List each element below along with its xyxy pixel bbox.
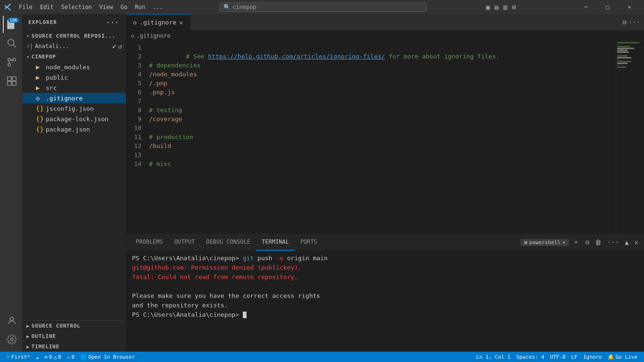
status-info[interactable]: ⚠ 0 (64, 352, 77, 362)
menu-more[interactable]: ... (150, 3, 166, 11)
search-icon: 🔍 (223, 4, 231, 10)
code-line-13 (149, 150, 612, 159)
status-branch-label: First* (11, 354, 30, 360)
warning-count: 0 (58, 354, 61, 360)
split-editor-icon[interactable]: ⊟ (622, 18, 626, 26)
tree-item-node-modules[interactable]: ▶ node_modules (23, 62, 126, 72)
git-check-icon[interactable]: ✔ (112, 42, 116, 50)
tree-item-public[interactable]: ▶ public (23, 72, 126, 82)
source-control-header[interactable]: ▶ SOURCE CONTROL (23, 321, 126, 331)
menu-edit[interactable]: Edit (37, 3, 57, 11)
menu-go[interactable]: Go (118, 3, 130, 11)
add-terminal-icon[interactable]: ＋ (571, 237, 581, 247)
code-line-7 (149, 97, 612, 106)
status-encoding[interactable]: UTF-8 (547, 352, 569, 362)
tab-output[interactable]: OUTPUT (169, 234, 200, 251)
activity-profile[interactable] (3, 312, 20, 329)
layout-icon-1[interactable]: ▣ (484, 2, 492, 12)
sidebar-action-more[interactable]: ··· (105, 18, 120, 27)
layout-icon-3[interactable]: ▥ (502, 2, 509, 12)
tree-item-src[interactable]: ▶ src (23, 82, 126, 93)
tab-close-icon[interactable]: ✕ (179, 19, 183, 26)
sidebar-header-actions: ··· (105, 18, 120, 27)
cursor-position-label: Ln 1, Col 1 (476, 354, 511, 360)
cinepop-folder-header[interactable]: ▾ CINEPOP (23, 51, 126, 62)
repo-section-label: SOURCE CONTROL REPOSI... (32, 33, 116, 39)
breadcrumb-file-icon: ◇ (131, 33, 134, 39)
terminal-body[interactable]: PS C:\Users\Anatalia\cinepop> git push -… (126, 251, 644, 352)
tree-item-jsconfig[interactable]: {} jsconfig.json (23, 103, 126, 114)
status-language[interactable]: Ignore (580, 352, 605, 362)
layout-icon-4[interactable]: ⊞ (510, 2, 518, 12)
svg-point-13 (10, 317, 13, 321)
status-position[interactable]: Ln 1, Col 1 (473, 352, 513, 362)
globe-icon: 🌐 (80, 354, 87, 360)
more-terminal-icon[interactable]: ··· (605, 238, 621, 247)
code-line-9: /coverage (149, 115, 612, 123)
menu-view[interactable]: View (97, 3, 116, 11)
main-area: 10K (0, 14, 644, 352)
tab-ports[interactable]: PORTS (295, 234, 323, 251)
git-actions: ✔ ↺ (112, 42, 122, 50)
menu-run[interactable]: Run (132, 3, 148, 11)
tree-item-gitignore[interactable]: ◇ .gitignore (23, 93, 126, 103)
activity-search[interactable] (3, 35, 20, 52)
outline-header[interactable]: ▶ OUTLINE (23, 331, 126, 341)
maximize-panel-icon[interactable]: ▲ (623, 238, 630, 247)
code-editor[interactable]: 1 2 3 4 5 6 7 8 9 10 11 12 13 14 # See h… (126, 41, 644, 234)
tree-item-package[interactable]: {} package.json (23, 124, 126, 134)
line-numbers: 1 2 3 4 5 6 7 8 9 10 11 12 13 14 (126, 41, 145, 234)
powershell-icon: ⊞ (524, 239, 528, 246)
info-count: 0 (72, 354, 75, 360)
status-open-browser[interactable]: 🌐 Open In Browser (77, 352, 138, 362)
tab-gitignore[interactable]: ◇ .gitignore ✕ (126, 14, 190, 31)
git-refresh-icon[interactable]: ↺ (118, 42, 122, 50)
activity-settings[interactable] (3, 331, 20, 348)
tab-debug-console[interactable]: DEBUG CONSOLE (200, 234, 256, 251)
global-search[interactable]: 🔍 cinepop (219, 2, 427, 12)
split-terminal-icon[interactable]: ⊟ (583, 238, 591, 247)
folder-icon: ▶ (36, 74, 43, 81)
term-line-2: git@github.com: Permission denied (publi… (132, 263, 638, 272)
powershell-label[interactable]: ⊞ powershell ▾ (520, 239, 569, 246)
layout-icon-2[interactable]: ▤ (493, 2, 500, 12)
status-branch[interactable]: ⑂ First* (4, 352, 33, 362)
code-line-5: /.pnp (149, 79, 612, 88)
activity-explorer[interactable]: 10K (3, 16, 20, 33)
git-branch-name[interactable]: Anatali... (35, 43, 69, 49)
language-label: Ignore (583, 354, 602, 360)
info-icon: ⚠ (67, 354, 70, 360)
status-eol[interactable]: LF (569, 352, 580, 362)
activity-extensions[interactable] (3, 73, 20, 90)
status-errors[interactable]: ⊙ 0 △ 0 (41, 352, 64, 362)
menu-selection[interactable]: Selection (58, 3, 95, 11)
breadcrumb: ◇ .gitignore (126, 31, 644, 41)
maximize-button[interactable]: □ (597, 0, 619, 14)
file-icon: ◇ (36, 94, 43, 102)
status-cloud[interactable]: ☁ (33, 352, 42, 362)
timeline-header[interactable]: ▶ TIMELINE (23, 341, 126, 352)
menu-file[interactable]: File (16, 3, 35, 11)
status-go-live[interactable]: 🔔 Go Live (605, 352, 640, 362)
chevron-right-icon: ▶ (26, 323, 30, 329)
encoding-label: UTF-8 (550, 354, 566, 360)
status-spaces[interactable]: Spaces: 4 (513, 352, 547, 362)
ports-tab-label: PORTS (300, 239, 317, 245)
status-right: Ln 1, Col 1 Spaces: 4 UTF-8 LF Ignore 🔔 … (473, 352, 640, 362)
timeline-label: TIMELINE (32, 344, 59, 350)
svg-rect-10 (12, 77, 16, 81)
term-line-1: PS C:\Users\Anatalia\cinepop> git push -… (132, 254, 638, 263)
activity-source-control[interactable] (3, 54, 20, 71)
code-line-11: # production (149, 132, 612, 141)
source-control-repos-header[interactable]: ▾ SOURCE CONTROL REPOSI... (23, 31, 126, 41)
minimap (616, 41, 644, 234)
more-actions-icon[interactable]: ··· (628, 18, 640, 26)
tab-problems[interactable]: PROBLEMS (130, 234, 169, 251)
close-button[interactable]: ✕ (619, 0, 640, 14)
delete-terminal-icon[interactable]: 🗑 (593, 238, 603, 247)
minimize-button[interactable]: ─ (575, 0, 597, 14)
breadcrumb-label[interactable]: .gitignore (136, 33, 170, 39)
tab-terminal[interactable]: TERMINAL (256, 234, 295, 251)
close-panel-icon[interactable]: ✕ (633, 238, 640, 247)
tree-item-package-lock[interactable]: {} package-lock.json (23, 114, 126, 124)
